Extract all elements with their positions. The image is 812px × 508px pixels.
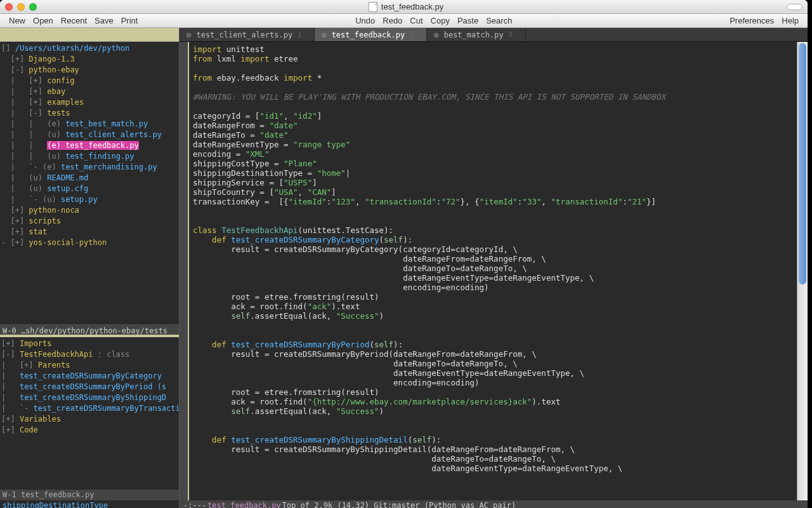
menu-recent[interactable]: Recent <box>57 16 91 25</box>
outline-modeline: W-1 test_feedback.py <box>0 490 179 500</box>
tab-label: test_client_alerts.py <box>196 30 292 39</box>
tree-modeline: W-0 …sh/dev/python/python-ebay/tests <box>0 324 179 337</box>
titlebar[interactable]: test_feedback.py <box>0 0 808 14</box>
menu-help[interactable]: Help <box>778 16 802 25</box>
tab-label: best_match.py <box>444 30 504 39</box>
tab-bar: ⊗test_client_alerts.py1⊗test_feedback.py… <box>180 28 808 42</box>
modeline-info: Top of 2.9k (14,32) Git:master (Python y… <box>282 500 516 508</box>
close-icon[interactable]: ⊗ <box>186 30 191 40</box>
tab-test_feedback.py[interactable]: ⊗test_feedback.py2 <box>315 28 427 41</box>
file-tree[interactable]: [] /Users/utkarsh/dev/python [+] Django-… <box>0 42 179 324</box>
echo-area: shippingDestinationType <box>0 500 179 508</box>
toolbar-pill-icon[interactable] <box>787 4 802 10</box>
menu-redo[interactable]: Redo <box>379 16 406 25</box>
zoom-icon[interactable] <box>29 3 37 11</box>
outline-panel[interactable]: [+] Imports[-] TestFeedbackhApi : class|… <box>0 337 179 490</box>
tab-best_match.py[interactable]: ⊗best_match.py3 <box>427 28 525 41</box>
close-icon[interactable]: ⊗ <box>433 30 438 40</box>
menu-print[interactable]: Print <box>117 16 142 25</box>
tab-label: test_feedback.py <box>332 30 405 39</box>
menu-open[interactable]: Open <box>29 16 57 25</box>
menu-undo[interactable]: Undo <box>351 16 379 25</box>
scrollbar-vertical[interactable] <box>797 42 808 500</box>
code-editor[interactable]: import unittest from lxml import etree f… <box>189 42 797 500</box>
menu-copy[interactable]: Copy <box>427 16 454 25</box>
editor-modeline: -:--- test_feedback.py Top of 2.9k (14,3… <box>180 500 808 508</box>
menu-search[interactable]: Search <box>482 16 516 25</box>
traffic-lights <box>5 3 37 11</box>
modeline-filename: test_feedback.py <box>207 500 281 508</box>
editor-window: test_feedback.py New Open Recent Save Pr… <box>0 0 808 508</box>
sidebar: [] /Users/utkarsh/dev/python [+] Django-… <box>0 28 180 508</box>
minimize-icon[interactable] <box>17 3 25 11</box>
menu-paste[interactable]: Paste <box>454 16 482 25</box>
tab-test_client_alerts.py[interactable]: ⊗test_client_alerts.py1 <box>180 28 315 41</box>
close-icon[interactable] <box>5 3 13 11</box>
modeline-state: -:--- <box>183 500 206 508</box>
menu-new[interactable]: New <box>5 16 29 25</box>
document-icon <box>369 2 377 12</box>
editor-gutter <box>180 42 189 500</box>
menu-preferences[interactable]: Preferences <box>726 16 778 25</box>
window-title: test_feedback.py <box>381 2 443 11</box>
menu-save[interactable]: Save <box>91 16 117 25</box>
menubar: New Open Recent Save Print Undo Redo Cut… <box>0 14 808 28</box>
menu-cut[interactable]: Cut <box>406 16 426 25</box>
close-icon[interactable]: ⊗ <box>321 30 326 40</box>
